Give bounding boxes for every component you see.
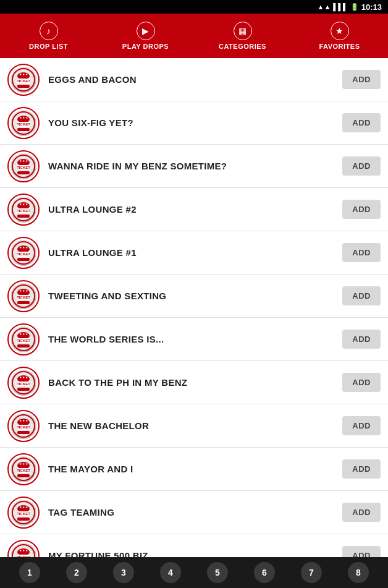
- nav-item-categories[interactable]: ▦ CATEGORIES: [194, 22, 291, 50]
- item-logo: ★ ★ ★ TICKET: [7, 150, 40, 182]
- item-title: EGGS AND BACON: [48, 74, 342, 85]
- logo-inner: ★ ★ ★ TICKET: [11, 413, 36, 439]
- logo-inner: ★ ★ ★ TICKET: [11, 67, 36, 93]
- item-title: THE NEW BACHELOR: [48, 420, 342, 431]
- bottom-nav-dot-7[interactable]: 7: [301, 562, 322, 583]
- nav-icon-favorites: ★: [331, 22, 349, 40]
- nav-label-categories: CATEGORIES: [219, 43, 266, 50]
- svg-text:★ ★ ★: ★ ★ ★: [19, 548, 29, 552]
- logo-inner: ★ ★ ★ TICKET: [11, 456, 36, 482]
- svg-text:TICKET: TICKET: [17, 469, 30, 472]
- svg-rect-65: [17, 518, 30, 521]
- list-item: ★ ★ ★ TICKET WANNA RIDE IN MY BENZ SOMET…: [0, 145, 388, 188]
- add-button[interactable]: ADD: [342, 416, 381, 435]
- add-button[interactable]: ADD: [342, 243, 381, 262]
- bottom-nav-dot-8[interactable]: 8: [348, 562, 369, 583]
- logo-inner: ★ ★ ★ TICKET: [11, 370, 36, 396]
- item-logo: ★ ★ ★ TICKET: [7, 540, 40, 558]
- svg-text:★ ★ ★: ★ ★ ★: [19, 72, 29, 76]
- content-list[interactable]: ★ ★ ★ TICKET EGGS AND BACON ADD: [0, 58, 388, 557]
- svg-rect-41: [17, 344, 30, 347]
- add-button[interactable]: ADD: [342, 286, 381, 305]
- svg-text:★ ★ ★: ★ ★ ★: [19, 505, 29, 509]
- add-button[interactable]: ADD: [342, 200, 381, 219]
- nav-item-play-drops[interactable]: ▶ PLAY DROPS: [97, 22, 194, 50]
- item-title: BACK TO THE PH IN MY BENZ: [48, 377, 342, 388]
- item-title: THE MAYOR AND I: [48, 464, 342, 474]
- item-logo: ★ ★ ★ TICKET: [7, 367, 40, 399]
- item-title: ULTRA LOUNGE #2: [48, 204, 342, 215]
- add-button[interactable]: ADD: [342, 373, 381, 392]
- svg-text:TICKET: TICKET: [17, 512, 30, 516]
- logo-inner: ★ ★ ★ TICKET: [11, 153, 36, 179]
- nav-icon-categories: ▦: [234, 22, 252, 40]
- logo-inner: ★ ★ ★ TICKET: [11, 326, 36, 352]
- item-logo: ★ ★ ★ TICKET: [7, 237, 40, 269]
- logo-circle: ★ ★ ★ TICKET: [7, 107, 40, 139]
- list-item: ★ ★ ★ TICKET BACK TO THE PH IN MY BENZ A…: [0, 361, 388, 404]
- wifi-icon: ▲▲: [318, 3, 331, 11]
- logo-circle: ★ ★ ★ TICKET: [7, 323, 40, 356]
- svg-rect-53: [17, 431, 30, 434]
- nav-icon-play-drops: ▶: [137, 22, 155, 40]
- item-title: MY FORTUNE 500 BIZ: [48, 550, 342, 557]
- add-button[interactable]: ADD: [342, 503, 381, 522]
- logo-inner: ★ ★ ★ TICKET: [11, 543, 36, 558]
- logo-circle: ★ ★ ★ TICKET: [7, 237, 40, 269]
- item-title: YOU SIX-FIG YET?: [48, 117, 342, 128]
- bottom-nav-dot-3[interactable]: 3: [113, 562, 134, 583]
- bottom-nav: 12345678: [0, 557, 388, 588]
- svg-text:★ ★ ★: ★ ★ ★: [19, 462, 29, 466]
- svg-text:★ ★ ★: ★ ★ ★: [19, 202, 29, 206]
- item-logo: ★ ★ ★ TICKET: [7, 410, 40, 442]
- add-button[interactable]: ADD: [342, 546, 381, 557]
- item-logo: ★ ★ ★ TICKET: [7, 496, 40, 529]
- add-button[interactable]: ADD: [342, 70, 381, 89]
- bottom-nav-dot-5[interactable]: 5: [207, 562, 228, 583]
- logo-inner: ★ ★ ★ TICKET: [11, 283, 36, 309]
- svg-text:TICKET: TICKET: [17, 252, 30, 256]
- bottom-nav-dot-1[interactable]: 1: [19, 562, 40, 583]
- svg-text:TICKET: TICKET: [17, 209, 30, 213]
- battery-icon: 🔋: [350, 3, 359, 11]
- nav-icon-drop-list: ♪: [40, 22, 58, 40]
- status-bar: ▲▲ ▌▌▌ 🔋 10:13: [0, 0, 388, 14]
- signal-icon: ▌▌▌: [333, 3, 347, 11]
- svg-text:TICKET: TICKET: [17, 382, 30, 386]
- svg-text:★ ★ ★: ★ ★ ★: [19, 116, 29, 119]
- svg-text:TICKET: TICKET: [17, 166, 30, 169]
- logo-circle: ★ ★ ★ TICKET: [7, 64, 40, 96]
- svg-rect-35: [17, 301, 30, 304]
- logo-circle: ★ ★ ★ TICKET: [7, 496, 40, 529]
- svg-text:★ ★ ★: ★ ★ ★: [19, 289, 29, 292]
- add-button[interactable]: ADD: [342, 330, 381, 349]
- item-title: THE WORLD SERIES IS...: [48, 334, 342, 344]
- bottom-nav-dot-6[interactable]: 6: [254, 562, 275, 583]
- svg-text:TICKET: TICKET: [17, 425, 30, 429]
- nav-item-favorites[interactable]: ★ FAVORITES: [291, 22, 388, 50]
- bottom-nav-dot-4[interactable]: 4: [160, 562, 181, 583]
- logo-circle: ★ ★ ★ TICKET: [7, 194, 40, 226]
- svg-rect-5: [17, 85, 30, 88]
- add-button[interactable]: ADD: [342, 113, 381, 132]
- nav-item-drop-list[interactable]: ♪ DROP LIST: [0, 22, 97, 50]
- item-logo: ★ ★ ★ TICKET: [7, 280, 40, 312]
- add-button[interactable]: ADD: [342, 156, 381, 176]
- svg-text:TICKET: TICKET: [17, 122, 30, 126]
- item-logo: ★ ★ ★ TICKET: [7, 323, 40, 356]
- svg-text:★ ★ ★: ★ ★ ★: [19, 159, 29, 163]
- svg-rect-47: [17, 388, 30, 391]
- add-button[interactable]: ADD: [342, 459, 381, 479]
- item-title: ULTRA LOUNGE #1: [48, 247, 342, 258]
- svg-text:TICKET: TICKET: [17, 296, 30, 299]
- logo-circle: ★ ★ ★ TICKET: [7, 150, 40, 182]
- nav-label-favorites: FAVORITES: [319, 43, 360, 50]
- list-item: ★ ★ ★ TICKET THE WORLD SERIES IS... ADD: [0, 318, 388, 361]
- svg-rect-59: [17, 474, 30, 477]
- svg-text:★ ★ ★: ★ ★ ★: [19, 375, 29, 379]
- list-item: ★ ★ ★ TICKET EGGS AND BACON ADD: [0, 58, 388, 101]
- item-logo: ★ ★ ★ TICKET: [7, 107, 40, 139]
- nav-label-play-drops: PLAY DROPS: [122, 43, 169, 50]
- bottom-nav-dot-2[interactable]: 2: [66, 562, 87, 583]
- list-item: ★ ★ ★ TICKET TAG TEAMING ADD: [0, 491, 388, 534]
